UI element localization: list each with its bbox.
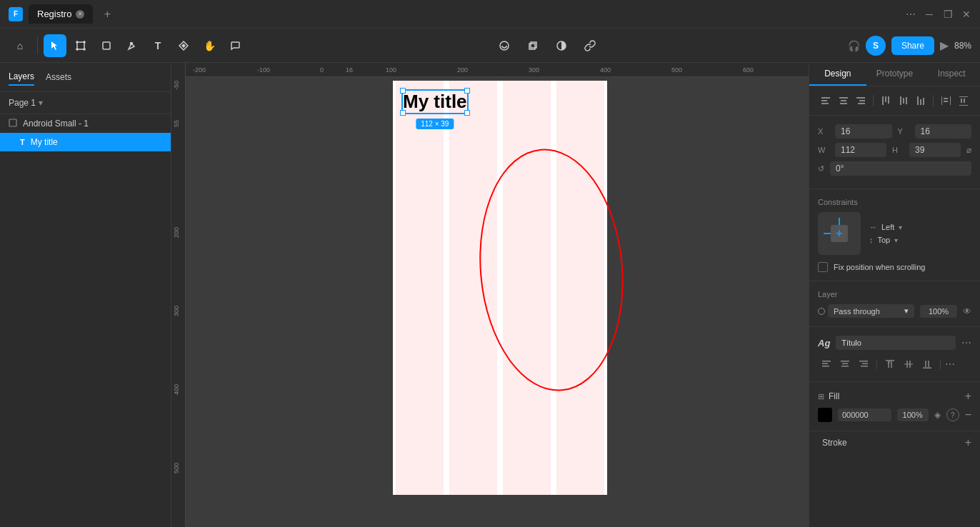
tool-hand[interactable]: ✋ — [198, 34, 221, 57]
canvas-area[interactable]: Android Small - 1 My title — [186, 77, 809, 527]
text-align-center-button[interactable] — [836, 356, 854, 373]
tool-home[interactable]: ⌂ — [9, 34, 31, 57]
fill-color-swatch[interactable] — [818, 408, 832, 422]
align-right-button[interactable] — [853, 92, 869, 109]
fill-section: ⊞ Fill + 000000 100% ◈ ? − — [809, 382, 980, 431]
toolbar-center-tools — [449, 34, 645, 57]
text-style-more-button[interactable]: ⋯ — [961, 337, 971, 348]
fill-add-button[interactable]: + — [965, 391, 971, 402]
tool-frame[interactable] — [69, 34, 92, 57]
tool-select[interactable] — [44, 34, 66, 57]
visibility-toggle[interactable]: 👁 — [963, 306, 971, 316]
align-separator — [873, 95, 874, 106]
align-center-h-button[interactable] — [835, 92, 851, 109]
fix-position-label: Fix position when scrolling — [834, 263, 925, 271]
text-valign-middle-button[interactable] — [900, 356, 917, 373]
zoom-level[interactable]: 88% — [954, 41, 971, 51]
text-align-left-button[interactable] — [818, 356, 835, 373]
svg-rect-16 — [821, 103, 829, 104]
minimize-button[interactable]: ─ — [924, 9, 934, 19]
tab-design[interactable]: Design — [809, 63, 866, 86]
h-value[interactable]: 39 — [909, 143, 961, 157]
svg-rect-49 — [886, 360, 894, 361]
tool-mask[interactable] — [493, 34, 516, 57]
align-bottom-button[interactable] — [913, 92, 929, 109]
w-value[interactable]: 112 — [835, 143, 886, 157]
svg-rect-27 — [903, 98, 904, 104]
close-button[interactable]: ✕ — [961, 9, 971, 19]
svg-rect-40 — [822, 361, 831, 362]
fill-row: 000000 100% ◈ ? − — [818, 408, 971, 422]
stroke-section: Stroke + — [809, 431, 980, 454]
fill-help-button[interactable]: ? — [946, 408, 959, 421]
text-align-right-button[interactable] — [855, 356, 872, 373]
layer-my-title[interactable]: T My title — [0, 133, 171, 151]
blend-mode-container[interactable]: Pass through ▾ — [818, 304, 914, 318]
blend-mode-select[interactable]: Pass through ▾ — [828, 304, 914, 318]
stroke-add-button[interactable]: + — [965, 437, 971, 448]
svg-rect-23 — [882, 96, 884, 105]
vertical-constraint[interactable]: ↕ Top ▾ — [869, 236, 971, 244]
text-style-name[interactable]: Título — [836, 336, 956, 350]
right-panel-tabs: Design Prototype Inspect — [809, 63, 980, 86]
tab-registro[interactable]: Registro ✕ — [29, 4, 93, 24]
blend-circle-icon — [818, 308, 825, 315]
text-valign-bottom-button[interactable] — [919, 356, 936, 373]
fill-opacity-input[interactable]: 100% — [897, 408, 929, 421]
tab-assets[interactable]: Assets — [46, 69, 71, 85]
tool-component[interactable] — [172, 34, 195, 57]
maximize-button[interactable]: ❐ — [943, 9, 953, 19]
align-left-button[interactable] — [818, 92, 834, 109]
rotation-value[interactable]: 0° — [830, 161, 971, 176]
tool-contrast[interactable] — [550, 34, 573, 57]
fill-hex-input[interactable]: 000000 — [838, 408, 891, 421]
fill-grid-icon[interactable]: ⊞ — [818, 392, 824, 401]
text-more-options-button[interactable]: ⋯ — [945, 358, 955, 370]
tool-text[interactable]: T — [146, 34, 169, 57]
overflow-button[interactable]: ⋯ — [906, 9, 916, 20]
canvas[interactable]: -200 -100 0 16 100 200 300 400 500 600 -… — [171, 63, 809, 527]
constraints-section: Constraints + ↔ Left ▾ ↕ — [809, 189, 980, 281]
tab-prototype[interactable]: Prototype — [866, 63, 924, 86]
constraint-top-line — [839, 218, 840, 225]
fix-position-checkbox[interactable] — [818, 262, 828, 272]
blend-chevron-icon: ▾ — [904, 306, 909, 316]
svg-rect-38 — [961, 99, 962, 103]
distribute-h-button[interactable] — [938, 92, 954, 109]
align-top-button[interactable] — [878, 92, 894, 109]
tool-link[interactable] — [579, 34, 601, 57]
distribute-v-button[interactable] — [956, 92, 971, 109]
tool-shape[interactable] — [95, 34, 118, 57]
svg-rect-33 — [950, 96, 951, 105]
ruler-mark-v: -50 — [173, 81, 180, 90]
frame-android-small[interactable]: Android Small - 1 My title — [393, 81, 607, 495]
text-align-row: ⋯ — [818, 356, 971, 373]
opacity-value[interactable]: 100% — [920, 305, 957, 318]
tool-boolean[interactable] — [521, 34, 544, 57]
svg-rect-13 — [9, 119, 16, 126]
tool-comment[interactable] — [224, 34, 246, 57]
add-tab-button[interactable]: + — [99, 6, 116, 23]
horizontal-constraint[interactable]: ↔ Left ▾ — [869, 223, 971, 231]
layer-android-small[interactable]: Android Small - 1 — [0, 114, 171, 133]
fill-style-button[interactable]: ◈ — [934, 410, 941, 420]
tool-pen[interactable] — [121, 34, 144, 57]
fill-remove-button[interactable]: − — [965, 409, 971, 421]
x-value[interactable]: 16 — [835, 124, 892, 139]
w-label: W — [818, 146, 829, 154]
tab-inspect[interactable]: Inspect — [923, 63, 980, 86]
tab-close-button[interactable]: ✕ — [76, 10, 84, 19]
align-middle-button[interactable] — [896, 92, 911, 109]
page-selector[interactable]: Page 1 ▾ — [0, 92, 171, 114]
lock-aspect-button[interactable]: ⌀ — [966, 145, 971, 155]
my-title-element[interactable]: My title 112 × 39 — [403, 91, 467, 113]
y-value[interactable]: 16 — [915, 124, 972, 139]
svg-rect-45 — [841, 366, 849, 367]
accessibility-button[interactable]: 🎧 — [848, 40, 860, 51]
share-button[interactable]: Share — [891, 36, 934, 55]
text-valign-top-button[interactable] — [881, 356, 899, 373]
tab-layers[interactable]: Layers — [9, 69, 34, 86]
play-button[interactable]: ▶ — [940, 39, 949, 52]
user-avatar[interactable]: S — [866, 36, 886, 56]
ruler-mark: 100 — [386, 66, 396, 74]
